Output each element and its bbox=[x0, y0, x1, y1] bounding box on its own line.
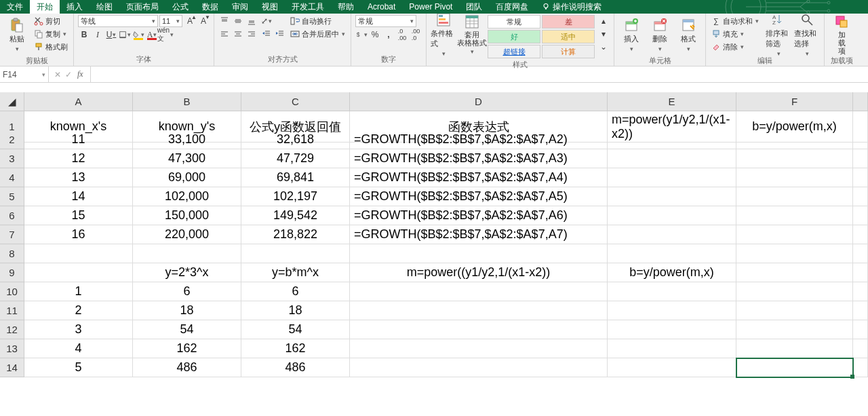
tab-page-layout[interactable]: 页面布局 bbox=[119, 0, 165, 14]
delete-cells-button[interactable]: 删除▾ bbox=[647, 15, 673, 54]
cell-E7[interactable] bbox=[608, 225, 736, 244]
row-header-2[interactable]: 2 bbox=[0, 130, 24, 149]
cut-button[interactable]: 剪切 bbox=[33, 15, 69, 27]
autosum-button[interactable]: ∑自动求和▾ bbox=[710, 15, 763, 27]
bold-button[interactable]: B bbox=[78, 29, 90, 41]
select-all-corner[interactable]: ◢ bbox=[0, 92, 24, 111]
row-header-11[interactable]: 11 bbox=[0, 301, 24, 320]
col-header-blank[interactable] bbox=[853, 92, 868, 111]
cell-E6[interactable] bbox=[608, 206, 736, 225]
cell-C11[interactable]: 18 bbox=[241, 301, 350, 320]
percent-button[interactable]: % bbox=[369, 29, 381, 41]
cell-C2[interactable]: 32,618 bbox=[241, 130, 350, 149]
insert-cells-button[interactable]: 插入▾ bbox=[618, 15, 644, 54]
tab-file[interactable]: 文件 bbox=[0, 0, 30, 14]
cell-blank-13[interactable] bbox=[853, 339, 868, 358]
cell-F7[interactable] bbox=[736, 225, 853, 244]
format-painter-button[interactable]: 格式刷 bbox=[33, 41, 69, 53]
cell-E11[interactable] bbox=[608, 301, 736, 320]
cell-D2[interactable]: =GROWTH($B$2:$B$7,$A$2:$A$7,A2) bbox=[350, 130, 608, 149]
orientation-button[interactable]: ⤢▾ bbox=[260, 15, 273, 27]
style-good[interactable]: 好 bbox=[488, 30, 540, 43]
cell-blank-2[interactable] bbox=[853, 130, 868, 149]
cell-A13[interactable]: 4 bbox=[24, 339, 133, 358]
cell-blank-12[interactable] bbox=[853, 320, 868, 339]
cell-blank-6[interactable] bbox=[853, 206, 868, 225]
gallery-scroll-up[interactable]: ▴ bbox=[597, 15, 610, 27]
cell-D9[interactable]: m=power((y1/y2,1/(x1-x2)) bbox=[350, 263, 608, 282]
cell-E2[interactable] bbox=[608, 130, 736, 149]
increase-indent-button[interactable] bbox=[274, 28, 286, 40]
cell-C7[interactable]: 218,822 bbox=[241, 225, 350, 244]
cell-D11[interactable] bbox=[350, 301, 608, 320]
cell-F2[interactable] bbox=[736, 130, 853, 149]
cell-B4[interactable]: 69,000 bbox=[133, 168, 241, 187]
merge-center-button[interactable]: 合并后居中▾ bbox=[289, 28, 347, 40]
cell-B9[interactable]: y=2*3^x bbox=[133, 263, 241, 282]
name-box[interactable]: F14▾ bbox=[0, 67, 49, 82]
cell-E3[interactable] bbox=[608, 149, 736, 168]
row-header-6[interactable]: 6 bbox=[0, 206, 24, 225]
wrap-text-button[interactable]: 自动换行 bbox=[289, 15, 347, 27]
increase-font-button[interactable]: A▲ bbox=[184, 15, 196, 27]
cell-F13[interactable] bbox=[736, 339, 853, 358]
gallery-scroll-down[interactable]: ▾ bbox=[597, 28, 610, 40]
conditional-format-button[interactable]: 条件格式▾ bbox=[431, 15, 456, 54]
cell-blank-9[interactable] bbox=[853, 263, 868, 282]
row-header-5[interactable]: 5 bbox=[0, 187, 24, 206]
copy-button[interactable]: 复制▾ bbox=[33, 28, 69, 40]
row-header-14[interactable]: 14 bbox=[0, 358, 24, 377]
row-header-9[interactable]: 9 bbox=[0, 263, 24, 282]
cell-D7[interactable]: =GROWTH($B$2:$B$7,$A$2:$A$7,A7) bbox=[350, 225, 608, 244]
tab-acrobat[interactable]: Acrobat bbox=[361, 0, 402, 14]
cell-A12[interactable]: 3 bbox=[24, 320, 133, 339]
cell-B10[interactable]: 6 bbox=[133, 282, 241, 301]
col-header-E[interactable]: E bbox=[608, 92, 736, 111]
sort-filter-button[interactable]: AZ 排序和筛选▾ bbox=[766, 15, 791, 54]
tab-draw[interactable]: 绘图 bbox=[90, 0, 119, 14]
cell-blank-5[interactable] bbox=[853, 187, 868, 206]
tab-baidu[interactable]: 百度网盘 bbox=[489, 0, 535, 14]
cell-B13[interactable]: 162 bbox=[133, 339, 241, 358]
phonetic-button[interactable]: wén文▾ bbox=[159, 29, 172, 41]
style-bad[interactable]: 差 bbox=[542, 15, 595, 29]
cell-F9[interactable] bbox=[736, 263, 853, 282]
worksheet-grid[interactable]: ◢ A B C D E F 1 known_x's known_y's 公式y函… bbox=[0, 92, 868, 377]
cell-B12[interactable]: 54 bbox=[133, 320, 241, 339]
cell-F8[interactable] bbox=[736, 244, 853, 263]
cell-B8[interactable] bbox=[133, 244, 241, 263]
cell-A14[interactable]: 5 bbox=[24, 358, 133, 377]
cell-A11[interactable]: 2 bbox=[24, 301, 133, 320]
cell-blank-7[interactable] bbox=[853, 225, 868, 244]
cell-F14[interactable] bbox=[736, 358, 853, 377]
row-header-12[interactable]: 12 bbox=[0, 320, 24, 339]
fill-color-button[interactable]: ▾ bbox=[132, 29, 144, 41]
decrease-indent-button[interactable] bbox=[260, 28, 273, 40]
decrease-decimal-button[interactable]: .00.0 bbox=[410, 29, 422, 41]
cell-A2[interactable]: 11 bbox=[24, 130, 133, 149]
tab-home[interactable]: 开始 bbox=[30, 0, 60, 14]
number-format-combo[interactable]: 常规▾ bbox=[355, 15, 416, 27]
cell-F10[interactable] bbox=[736, 282, 853, 301]
cell-C8[interactable] bbox=[241, 244, 350, 263]
cell-blank-14[interactable] bbox=[853, 358, 868, 377]
row-header-10[interactable]: 10 bbox=[0, 282, 24, 301]
cell-A4[interactable]: 13 bbox=[24, 168, 133, 187]
col-header-C[interactable]: C bbox=[241, 92, 350, 111]
cell-A10[interactable]: 1 bbox=[24, 282, 133, 301]
col-header-A[interactable]: A bbox=[24, 92, 133, 111]
cell-blank-10[interactable] bbox=[853, 282, 868, 301]
cell-A9[interactable] bbox=[24, 263, 133, 282]
cell-D6[interactable]: =GROWTH($B$2:$B$7,$A$2:$A$7,A6) bbox=[350, 206, 608, 225]
cell-blank-8[interactable] bbox=[853, 244, 868, 263]
cell-C6[interactable]: 149,542 bbox=[241, 206, 350, 225]
cell-blank-4[interactable] bbox=[853, 168, 868, 187]
align-center-button[interactable] bbox=[232, 28, 244, 40]
cell-C9[interactable]: y=b*m^x bbox=[241, 263, 350, 282]
tab-developer[interactable]: 开发工具 bbox=[285, 0, 331, 14]
tab-formulas[interactable]: 公式 bbox=[165, 0, 195, 14]
cell-C3[interactable]: 47,729 bbox=[241, 149, 350, 168]
cell-E10[interactable] bbox=[608, 282, 736, 301]
comma-button[interactable]: , bbox=[382, 29, 395, 41]
align-top-button[interactable] bbox=[218, 15, 231, 27]
